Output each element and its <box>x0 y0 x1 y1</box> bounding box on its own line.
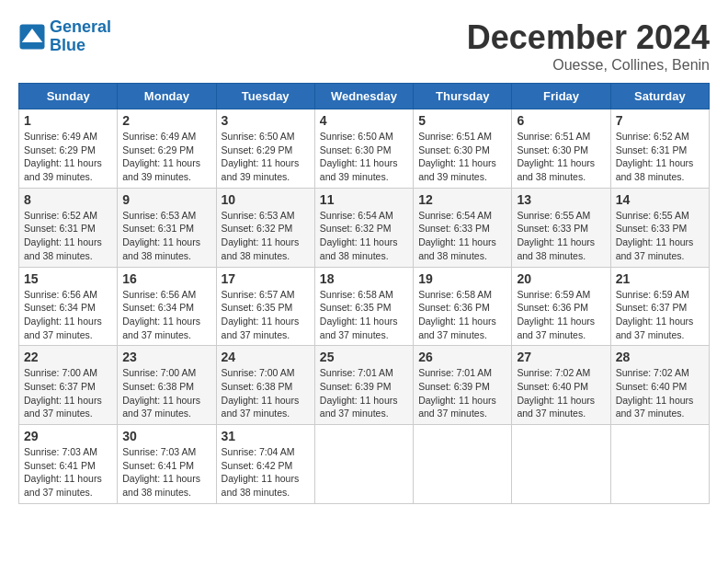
calendar-cell <box>414 425 512 504</box>
day-info: Sunrise: 7:02 AMSunset: 6:40 PMDaylight:… <box>616 367 694 419</box>
weekday-header: Sunday <box>19 84 118 109</box>
calendar-cell: 10 Sunrise: 6:53 AMSunset: 6:32 PMDaylig… <box>216 188 314 267</box>
calendar-week-row: 8 Sunrise: 6:52 AMSunset: 6:31 PMDayligh… <box>19 188 710 267</box>
calendar-cell: 1 Sunrise: 6:49 AMSunset: 6:29 PMDayligh… <box>19 109 118 189</box>
day-number: 24 <box>222 350 310 364</box>
day-number: 9 <box>122 192 210 207</box>
day-info: Sunrise: 6:53 AMSunset: 6:31 PMDaylight:… <box>122 210 200 261</box>
day-info: Sunrise: 6:52 AMSunset: 6:31 PMDaylight:… <box>616 131 694 182</box>
calendar-cell: 9 Sunrise: 6:53 AMSunset: 6:31 PMDayligh… <box>118 188 216 267</box>
day-info: Sunrise: 6:56 AMSunset: 6:34 PMDaylight:… <box>24 289 102 340</box>
day-info: Sunrise: 6:54 AMSunset: 6:32 PMDaylight:… <box>320 210 398 261</box>
day-number: 3 <box>222 113 310 128</box>
calendar-cell: 13 Sunrise: 6:55 AMSunset: 6:33 PMDaylig… <box>512 188 610 267</box>
calendar-cell: 2 Sunrise: 6:49 AMSunset: 6:29 PMDayligh… <box>118 109 216 189</box>
calendar-week-row: 1 Sunrise: 6:49 AMSunset: 6:29 PMDayligh… <box>19 109 710 189</box>
day-info: Sunrise: 6:53 AMSunset: 6:32 PMDaylight:… <box>222 210 300 261</box>
day-info: Sunrise: 6:54 AMSunset: 6:33 PMDaylight:… <box>418 210 496 261</box>
day-number: 26 <box>418 350 506 364</box>
calendar-cell: 16 Sunrise: 6:56 AMSunset: 6:34 PMDaylig… <box>118 267 216 346</box>
day-number: 5 <box>418 113 506 128</box>
day-number: 29 <box>24 429 112 443</box>
calendar-week-row: 22 Sunrise: 7:00 AMSunset: 6:37 PMDaylig… <box>19 346 710 425</box>
day-number: 18 <box>320 271 408 286</box>
logo-general: General <box>50 17 111 36</box>
calendar-cell: 17 Sunrise: 6:57 AMSunset: 6:35 PMDaylig… <box>216 267 314 346</box>
weekday-header: Friday <box>512 84 610 109</box>
day-number: 31 <box>222 429 310 443</box>
calendar-cell: 20 Sunrise: 6:59 AMSunset: 6:36 PMDaylig… <box>512 267 610 346</box>
calendar-cell: 22 Sunrise: 7:00 AMSunset: 6:37 PMDaylig… <box>19 346 118 425</box>
calendar-week-row: 15 Sunrise: 6:56 AMSunset: 6:34 PMDaylig… <box>19 267 710 346</box>
calendar-cell: 3 Sunrise: 6:50 AMSunset: 6:29 PMDayligh… <box>216 109 314 189</box>
day-number: 22 <box>24 350 112 364</box>
day-number: 17 <box>222 271 310 286</box>
logo-icon <box>18 23 46 51</box>
calendar-week-row: 29 Sunrise: 7:03 AMSunset: 6:41 PMDaylig… <box>19 425 710 504</box>
weekday-header: Monday <box>118 84 216 109</box>
day-info: Sunrise: 6:58 AMSunset: 6:35 PMDaylight:… <box>320 289 398 340</box>
day-number: 11 <box>320 192 408 207</box>
month-title: December 2024 <box>467 18 710 57</box>
calendar-cell: 24 Sunrise: 7:00 AMSunset: 6:38 PMDaylig… <box>216 346 314 425</box>
day-info: Sunrise: 7:03 AMSunset: 6:41 PMDaylight:… <box>122 446 200 498</box>
day-number: 14 <box>616 192 704 207</box>
day-number: 6 <box>517 113 605 128</box>
day-info: Sunrise: 6:56 AMSunset: 6:34 PMDaylight:… <box>122 289 200 340</box>
day-number: 12 <box>418 192 506 207</box>
day-info: Sunrise: 6:59 AMSunset: 6:37 PMDaylight:… <box>616 289 694 340</box>
day-info: Sunrise: 6:51 AMSunset: 6:30 PMDaylight:… <box>517 131 595 182</box>
page-header: General Blue December 2024 Ouesse, Colli… <box>18 18 710 74</box>
day-info: Sunrise: 6:49 AMSunset: 6:29 PMDaylight:… <box>122 131 200 182</box>
calendar-cell <box>314 425 413 504</box>
calendar-cell: 19 Sunrise: 6:58 AMSunset: 6:36 PMDaylig… <box>414 267 512 346</box>
day-number: 27 <box>517 350 605 364</box>
calendar-cell: 11 Sunrise: 6:54 AMSunset: 6:32 PMDaylig… <box>314 188 413 267</box>
day-number: 2 <box>122 113 210 128</box>
day-number: 10 <box>222 192 310 207</box>
calendar-cell: 26 Sunrise: 7:01 AMSunset: 6:39 PMDaylig… <box>414 346 512 425</box>
calendar-cell: 23 Sunrise: 7:00 AMSunset: 6:38 PMDaylig… <box>118 346 216 425</box>
day-info: Sunrise: 6:51 AMSunset: 6:30 PMDaylight:… <box>418 131 496 182</box>
day-info: Sunrise: 6:50 AMSunset: 6:30 PMDaylight:… <box>320 131 398 182</box>
calendar-cell: 29 Sunrise: 7:03 AMSunset: 6:41 PMDaylig… <box>19 425 118 504</box>
day-number: 16 <box>122 271 210 286</box>
logo-blue: Blue <box>50 36 85 54</box>
calendar-cell: 15 Sunrise: 6:56 AMSunset: 6:34 PMDaylig… <box>19 267 118 346</box>
calendar-cell: 28 Sunrise: 7:02 AMSunset: 6:40 PMDaylig… <box>610 346 709 425</box>
day-info: Sunrise: 6:55 AMSunset: 6:33 PMDaylight:… <box>616 210 694 261</box>
day-info: Sunrise: 6:50 AMSunset: 6:29 PMDaylight:… <box>222 131 300 182</box>
day-number: 23 <box>122 350 210 364</box>
calendar-table: SundayMondayTuesdayWednesdayThursdayFrid… <box>18 83 710 504</box>
calendar-cell: 4 Sunrise: 6:50 AMSunset: 6:30 PMDayligh… <box>314 109 413 189</box>
location: Ouesse, Collines, Benin <box>467 57 710 74</box>
weekday-header: Tuesday <box>216 84 314 109</box>
day-number: 20 <box>517 271 605 286</box>
day-info: Sunrise: 6:57 AMSunset: 6:35 PMDaylight:… <box>222 289 300 340</box>
calendar-cell: 30 Sunrise: 7:03 AMSunset: 6:41 PMDaylig… <box>118 425 216 504</box>
day-info: Sunrise: 6:58 AMSunset: 6:36 PMDaylight:… <box>418 289 496 340</box>
calendar-cell: 27 Sunrise: 7:02 AMSunset: 6:40 PMDaylig… <box>512 346 610 425</box>
day-info: Sunrise: 7:01 AMSunset: 6:39 PMDaylight:… <box>320 367 398 419</box>
weekday-header: Saturday <box>610 84 709 109</box>
calendar-cell: 25 Sunrise: 7:01 AMSunset: 6:39 PMDaylig… <box>314 346 413 425</box>
calendar-cell: 5 Sunrise: 6:51 AMSunset: 6:30 PMDayligh… <box>414 109 512 189</box>
day-info: Sunrise: 6:52 AMSunset: 6:31 PMDaylight:… <box>24 210 102 261</box>
day-info: Sunrise: 6:49 AMSunset: 6:29 PMDaylight:… <box>24 131 102 182</box>
calendar-cell: 6 Sunrise: 6:51 AMSunset: 6:30 PMDayligh… <box>512 109 610 189</box>
logo: General Blue <box>18 18 111 55</box>
day-number: 13 <box>517 192 605 207</box>
weekday-header: Thursday <box>414 84 512 109</box>
calendar-cell: 7 Sunrise: 6:52 AMSunset: 6:31 PMDayligh… <box>610 109 709 189</box>
day-info: Sunrise: 7:00 AMSunset: 6:37 PMDaylight:… <box>24 367 102 419</box>
day-info: Sunrise: 7:01 AMSunset: 6:39 PMDaylight:… <box>418 367 496 419</box>
calendar-cell <box>512 425 610 504</box>
calendar-header-row: SundayMondayTuesdayWednesdayThursdayFrid… <box>19 84 710 109</box>
calendar-cell: 8 Sunrise: 6:52 AMSunset: 6:31 PMDayligh… <box>19 188 118 267</box>
day-number: 15 <box>24 271 112 286</box>
day-number: 1 <box>24 113 112 128</box>
day-info: Sunrise: 6:59 AMSunset: 6:36 PMDaylight:… <box>517 289 595 340</box>
day-number: 7 <box>616 113 704 128</box>
calendar-cell: 31 Sunrise: 7:04 AMSunset: 6:42 PMDaylig… <box>216 425 314 504</box>
calendar-cell: 21 Sunrise: 6:59 AMSunset: 6:37 PMDaylig… <box>610 267 709 346</box>
